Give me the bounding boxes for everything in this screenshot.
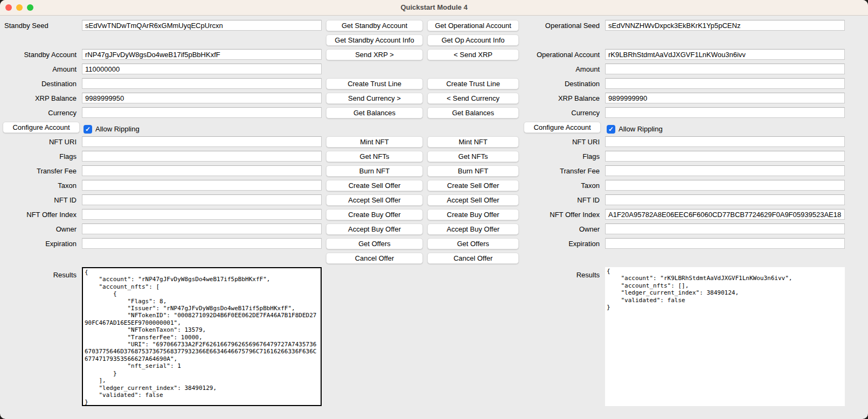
operational-flags-input[interactable] [605, 151, 845, 162]
standby-allow-rippling-checkbox[interactable]: ✓ [84, 125, 92, 134]
op-accept-sell-offer-button[interactable]: Accept Sell Offer [427, 194, 519, 206]
standby-create-buy-offer-button[interactable]: Create Buy Offer [326, 209, 423, 220]
operational-seed-input[interactable] [605, 20, 845, 31]
standby-create-trust-line-button[interactable]: Create Trust Line [326, 78, 423, 89]
standby-expiration-label: Expiration [0, 238, 80, 253]
standby-account-input[interactable] [82, 49, 322, 60]
standby-transfer-fee-label: Transfer Fee [0, 165, 80, 180]
op-mint-nft-button[interactable]: Mint NFT [427, 136, 519, 148]
operational-nft-uri-label: NFT URI [521, 136, 603, 151]
op-get-balances-button[interactable]: Get Balances [427, 107, 519, 118]
standby-currency-label: Currency [0, 107, 80, 122]
standby-xrp-balance-label: XRP Balance [0, 93, 80, 107]
standby-seed-input[interactable] [82, 20, 322, 31]
standby-seed-label: Standby Seed [0, 20, 80, 34]
standby-amount-label: Amount [0, 64, 80, 78]
zoom-button[interactable] [27, 4, 33, 11]
operational-destination-input[interactable] [605, 78, 845, 89]
standby-send-currency-button[interactable]: Send Currency > [326, 93, 423, 104]
standby-send-xrp-button[interactable]: Send XRP > [326, 49, 423, 60]
operational-currency-input[interactable] [605, 107, 845, 118]
titlebar: Quickstart Module 4 [0, 0, 868, 16]
standby-nft-id-label: NFT ID [0, 194, 80, 209]
minimize-button[interactable] [16, 4, 23, 11]
operational-nft-offer-index-label: NFT Offer Index [521, 209, 603, 224]
operational-expiration-label: Expiration [521, 238, 603, 253]
operational-allow-rippling-label: Allow Rippling [619, 125, 663, 133]
standby-get-balances-button[interactable]: Get Balances [326, 107, 423, 118]
standby-owner-label: Owner [0, 224, 80, 238]
operational-taxon-input[interactable] [605, 180, 845, 191]
operational-owner-input[interactable] [605, 224, 845, 234]
operational-amount-label: Amount [521, 64, 603, 78]
op-cancel-offer-button[interactable]: Cancel Offer [427, 253, 519, 264]
operational-allow-rippling-checkbox[interactable]: ✓ [607, 125, 615, 134]
operational-configure-account-button[interactable]: Configure Account [524, 122, 601, 133]
operational-transfer-fee-input[interactable] [605, 165, 845, 176]
get-op-account-info-button[interactable]: Get Op Account Info [427, 34, 519, 46]
checkmark-icon: ✓ [608, 125, 614, 134]
operational-results-text[interactable]: { "account": "rK9LBRhStdmtAaVdJXGVF1LnKW… [605, 267, 845, 406]
operational-currency-label: Currency [521, 107, 603, 122]
operational-xrp-balance-label: XRP Balance [521, 93, 603, 107]
standby-taxon-input[interactable] [82, 180, 322, 191]
standby-owner-input[interactable] [82, 224, 322, 234]
operational-amount-input[interactable] [605, 64, 845, 74]
op-create-buy-offer-button[interactable]: Create Buy Offer [427, 209, 519, 220]
operational-taxon-label: Taxon [521, 180, 603, 194]
window-controls [5, 4, 33, 11]
main-content: Standby Seed Get Standby Account Get Ope… [0, 16, 868, 419]
standby-get-offers-button[interactable]: Get Offers [326, 238, 423, 249]
op-send-xrp-button[interactable]: < Send XRP [427, 49, 519, 60]
standby-get-nfts-button[interactable]: Get NFTs [326, 151, 423, 162]
standby-amount-input[interactable] [82, 64, 322, 74]
app-window: Quickstart Module 4 Standby Seed Get Sta… [0, 0, 868, 419]
window-title: Quickstart Module 4 [0, 0, 868, 15]
operational-transfer-fee-label: Transfer Fee [521, 165, 603, 180]
get-operational-account-button[interactable]: Get Operational Account [427, 20, 519, 31]
standby-taxon-label: Taxon [0, 180, 80, 194]
operational-expiration-input[interactable] [605, 238, 845, 249]
standby-flags-input[interactable] [82, 151, 322, 162]
op-burn-nft-button[interactable]: Burn NFT [427, 165, 519, 177]
standby-destination-input[interactable] [82, 78, 322, 89]
op-get-offers-button[interactable]: Get Offers [427, 238, 519, 249]
op-send-currency-button[interactable]: < Send Currency [427, 93, 519, 104]
standby-nft-id-input[interactable] [82, 194, 322, 205]
op-accept-buy-offer-button[interactable]: Accept Buy Offer [427, 224, 519, 235]
standby-cancel-offer-button[interactable]: Cancel Offer [326, 253, 423, 264]
operational-seed-label: Operational Seed [521, 20, 603, 34]
get-standby-account-button[interactable]: Get Standby Account [326, 20, 423, 31]
standby-results-text[interactable]: { "account": "rNP47gJFvDyW8gsDo4weB17if5… [82, 267, 322, 406]
operational-nft-id-input[interactable] [605, 194, 845, 205]
standby-nft-uri-input[interactable] [82, 136, 322, 147]
operational-results-label: Results [521, 269, 603, 281]
close-button[interactable] [5, 4, 12, 11]
standby-expiration-input[interactable] [82, 238, 322, 249]
standby-transfer-fee-input[interactable] [82, 165, 322, 176]
standby-create-sell-offer-button[interactable]: Create Sell Offer [326, 180, 423, 191]
op-create-sell-offer-button[interactable]: Create Sell Offer [427, 180, 519, 191]
standby-nft-offer-index-input[interactable] [82, 209, 322, 220]
operational-nft-uri-input[interactable] [605, 136, 845, 147]
operational-xrp-balance-input[interactable] [605, 93, 845, 103]
standby-configure-account-button[interactable]: Configure Account [3, 122, 80, 133]
standby-burn-nft-button[interactable]: Burn NFT [326, 165, 423, 177]
operational-owner-label: Owner [521, 224, 603, 238]
operational-flags-label: Flags [521, 151, 603, 165]
standby-destination-label: Destination [0, 78, 80, 93]
operational-destination-label: Destination [521, 78, 603, 93]
operational-nft-offer-index-input[interactable] [605, 209, 845, 220]
standby-xrp-balance-input[interactable] [82, 93, 322, 103]
standby-allow-rippling-label: Allow Rippling [95, 125, 140, 133]
get-standby-account-info-button[interactable]: Get Standby Account Info [326, 34, 423, 46]
standby-currency-input[interactable] [82, 107, 322, 118]
operational-account-input[interactable] [605, 49, 845, 60]
op-get-nfts-button[interactable]: Get NFTs [427, 151, 519, 162]
standby-accept-buy-offer-button[interactable]: Accept Buy Offer [326, 224, 423, 235]
standby-mint-nft-button[interactable]: Mint NFT [326, 136, 423, 148]
op-create-trust-line-button[interactable]: Create Trust Line [427, 78, 519, 89]
checkmark-icon: ✓ [85, 125, 91, 134]
standby-accept-sell-offer-button[interactable]: Accept Sell Offer [326, 194, 423, 206]
standby-account-label: Standby Account [0, 49, 80, 64]
